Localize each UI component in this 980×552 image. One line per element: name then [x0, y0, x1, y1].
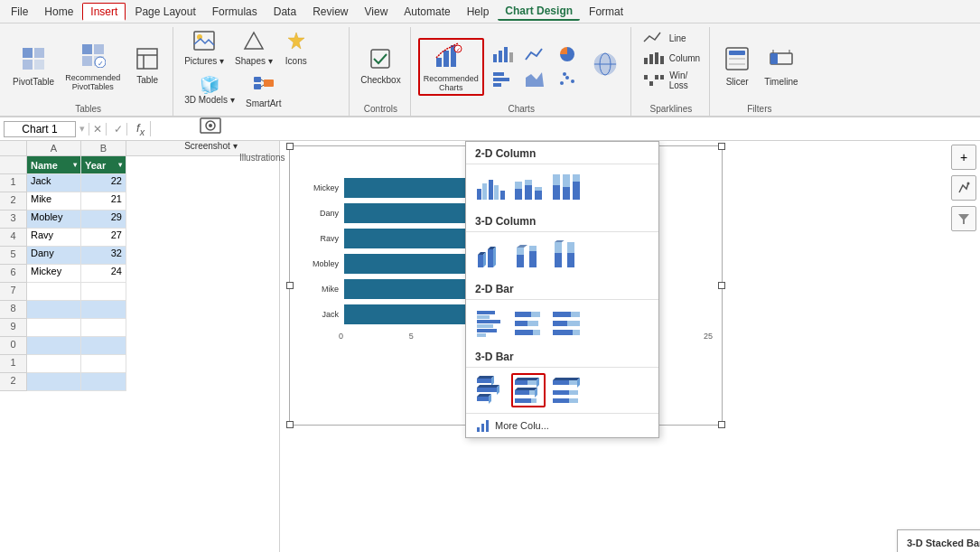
recommended-charts-button[interactable]: ✓ RecommendedCharts [418, 38, 484, 96]
menu-chart-design[interactable]: Chart Design [498, 3, 580, 21]
3d-bar-clustered-icon[interactable] [473, 373, 508, 407]
column-chart-button[interactable] [488, 43, 517, 65]
empty-11a[interactable] [27, 355, 81, 373]
chart-elements-button[interactable]: + [951, 145, 976, 170]
jack-name-cell[interactable]: Jack [27, 174, 81, 192]
menu-formulas[interactable]: Formulas [205, 4, 265, 20]
maps-button[interactable] [585, 50, 625, 84]
win-loss-button[interactable]: Win/Loss [639, 69, 692, 92]
3d-models-button[interactable]: 🧊 3D Models ▾ [181, 75, 238, 107]
more-charts-button[interactable]: More Colu... [466, 413, 658, 437]
mike-name-cell[interactable]: Mike [27, 192, 81, 211]
col-a-header: A [27, 141, 81, 155]
resize-handle-tr[interactable] [718, 143, 725, 150]
chart-type-dropdown[interactable]: 2-D Column [465, 141, 659, 438]
menu-page-layout[interactable]: Page Layout [127, 4, 202, 20]
empty-7a[interactable] [27, 283, 81, 301]
empty-7b[interactable] [81, 283, 126, 301]
3d-col-stacked-icon[interactable] [511, 238, 546, 272]
ribbon-group-filters: Slicer Timeline Filters [712, 27, 807, 116]
dany-year-cell[interactable]: 32 [81, 247, 126, 265]
line-chart-button[interactable] [520, 43, 549, 65]
resize-handle-tl[interactable] [286, 143, 294, 150]
function-icon[interactable]: fx [131, 121, 151, 137]
empty-10a[interactable] [27, 337, 81, 355]
scatter-chart-button[interactable] [553, 69, 582, 90]
icons-button[interactable]: Icons [280, 29, 313, 68]
function-cancel[interactable]: ✕ [89, 123, 107, 136]
empty-12a[interactable] [27, 373, 81, 391]
3d-col-clustered-icon[interactable] [473, 238, 508, 272]
mickey-name-cell[interactable]: Mickey [27, 265, 81, 283]
jack-year-cell[interactable]: 22 [81, 174, 126, 192]
ravy-year-cell[interactable]: 27 [81, 229, 126, 247]
chart-filter-button[interactable] [951, 206, 976, 231]
mobley-name-cell[interactable]: Mobley [27, 211, 81, 229]
resize-handle-ml[interactable] [286, 282, 294, 289]
header-year-cell[interactable]: Year ▾ [81, 156, 126, 174]
chart-styles-button[interactable] [951, 175, 976, 201]
empty-12b[interactable] [81, 373, 126, 391]
empty-8a[interactable] [27, 301, 81, 319]
2d-bar-stacked-icon[interactable] [511, 305, 546, 340]
header-name-cell[interactable]: Name ▾ [27, 156, 81, 174]
empty-9a[interactable] [27, 319, 81, 337]
table-button[interactable]: Table [127, 46, 167, 87]
menu-view[interactable]: View [358, 4, 396, 20]
2d-bar-100-icon[interactable] [549, 305, 583, 340]
menu-help[interactable]: Help [460, 4, 497, 20]
mickey-year-cell[interactable]: 24 [81, 265, 126, 283]
smartart-button[interactable]: SmartArt [242, 71, 285, 110]
mike-year-cell[interactable]: 21 [81, 192, 126, 211]
timeline-button[interactable]: Timeline [761, 44, 801, 89]
pivot-table-button[interactable]: PivotTable [9, 44, 58, 89]
menu-file[interactable]: File [4, 4, 35, 20]
mobley-year-cell[interactable]: 29 [81, 211, 126, 229]
checkbox-button[interactable]: Checkbox [357, 46, 404, 87]
svg-rect-13 [194, 32, 214, 50]
3d-bar-stacked-icon[interactable] [511, 373, 546, 407]
illustrations-group-label: Illustrations [239, 153, 285, 164]
pie-chart-button[interactable] [553, 43, 582, 65]
empty-11b[interactable] [81, 355, 126, 373]
line-sparkline-button[interactable]: Line [639, 29, 690, 47]
menu-home[interactable]: Home [37, 4, 80, 20]
2d-bar-clustered-icon[interactable] [473, 305, 508, 340]
ravy-name-cell[interactable]: Ravy [27, 229, 81, 247]
menu-insert[interactable]: Insert [82, 3, 126, 21]
column-sparkline-button[interactable]: Column [639, 49, 704, 67]
name-dropdown-arrow[interactable]: ▾ [73, 161, 77, 169]
svg-rect-71 [535, 191, 542, 200]
sparklines-group-label: Sparklines [650, 104, 693, 116]
3d-col-100-icon[interactable] [549, 238, 583, 272]
menu-format[interactable]: Format [582, 4, 630, 20]
year-dropdown-arrow[interactable]: ▾ [118, 161, 122, 169]
svg-rect-67 [515, 189, 522, 200]
resize-handle-br[interactable] [718, 421, 725, 428]
screenshot-button[interactable]: Screenshot ▾ [181, 114, 240, 153]
pictures-button[interactable]: Pictures ▾ [181, 29, 228, 68]
empty-8b[interactable] [81, 301, 126, 319]
slicer-button[interactable]: Slicer [717, 44, 757, 89]
menu-data[interactable]: Data [266, 4, 303, 20]
shapes-button[interactable]: Shapes ▾ [231, 29, 276, 68]
2d-col-stacked-icon[interactable] [511, 170, 546, 204]
2d-col-clustered-icon[interactable] [473, 170, 508, 204]
resize-handle-bl[interactable] [286, 421, 294, 428]
svg-rect-137 [569, 390, 578, 395]
recommended-pivot-button[interactable]: ✓ RecommendedPivotTables [61, 41, 124, 93]
empty-10b[interactable] [81, 337, 126, 355]
menu-automate[interactable]: Automate [397, 4, 457, 20]
area-chart-button[interactable] [520, 69, 549, 90]
bar-chart-button[interactable] [488, 69, 517, 90]
row-6-num: 6 [0, 265, 27, 283]
empty-9b[interactable] [81, 319, 126, 337]
menu-review[interactable]: Review [305, 4, 355, 20]
2d-col-100-icon[interactable] [549, 170, 583, 204]
function-accept[interactable]: ✓ [110, 123, 127, 136]
dany-name-cell[interactable]: Dany [27, 247, 81, 265]
header-year-text: Year [85, 160, 106, 171]
name-box[interactable] [4, 121, 76, 137]
3d-bar-100-icon[interactable] [549, 373, 583, 407]
resize-handle-mr[interactable] [718, 282, 725, 289]
